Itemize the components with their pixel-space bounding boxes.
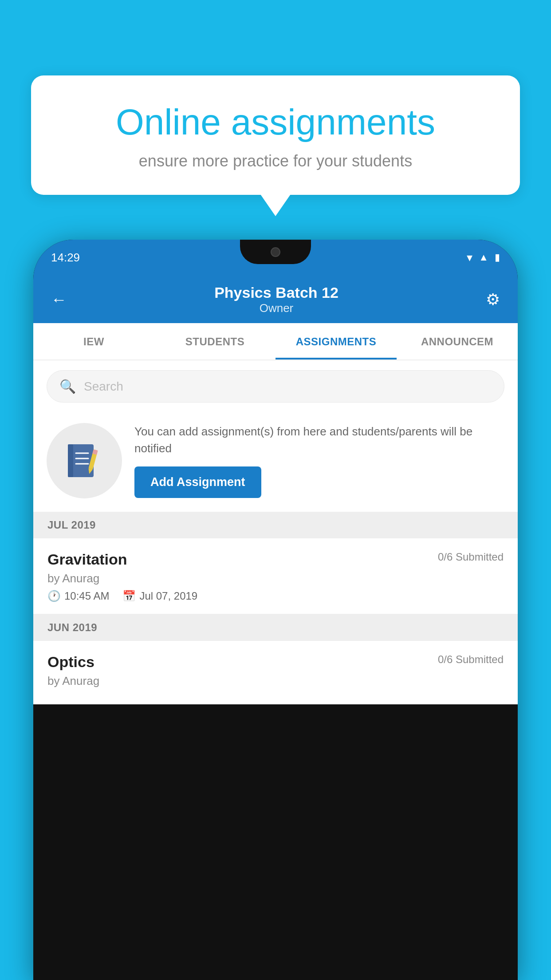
search-container: 🔍 Search <box>33 360 518 412</box>
assignment-submitted-optics: 0/6 Submitted <box>438 653 504 666</box>
clock-icon: 🕐 <box>47 590 61 602</box>
notch <box>240 240 311 264</box>
tabs-bar: IEW STUDENTS ASSIGNMENTS ANNOUNCEM <box>33 323 518 360</box>
section-jul-2019: JUL 2019 <box>33 512 518 538</box>
assignment-date-value: Jul 07, 2019 <box>139 590 197 602</box>
assignment-time-value: 10:45 AM <box>64 590 109 602</box>
add-assignment-button[interactable]: Add Assignment <box>134 466 261 498</box>
tab-announcements[interactable]: ANNOUNCEM <box>397 323 518 360</box>
promo-card: Online assignments ensure more practice … <box>31 75 520 195</box>
header-center: Physics Batch 12 Owner <box>214 284 338 315</box>
search-icon: 🔍 <box>59 379 76 394</box>
battery-icon: ▮ <box>495 252 500 263</box>
batch-subtitle: Owner <box>214 301 338 315</box>
assignment-date: 📅 Jul 07, 2019 <box>122 590 197 602</box>
back-button[interactable]: ← <box>51 290 67 309</box>
settings-button[interactable]: ⚙ <box>486 290 500 309</box>
assignment-top-row-optics: Optics 0/6 Submitted <box>47 653 504 671</box>
wifi-icon: ▾ <box>467 251 472 265</box>
assignment-optics[interactable]: Optics 0/6 Submitted by Anurag <box>33 641 518 704</box>
tab-assignments[interactable]: ASSIGNMENTS <box>276 323 397 360</box>
batch-title: Physics Batch 12 <box>214 284 338 301</box>
phone-frame: 14:29 ▾ ▲ ▮ ← Physics Batch 12 Owner ⚙ I… <box>33 240 518 980</box>
notebook-icon <box>64 441 104 481</box>
tab-students[interactable]: STUDENTS <box>154 323 276 360</box>
assignment-meta-gravitation: 🕐 10:45 AM 📅 Jul 07, 2019 <box>47 590 504 602</box>
calendar-icon: 📅 <box>122 590 136 602</box>
section-jun-2019: JUN 2019 <box>33 614 518 641</box>
svg-rect-1 <box>68 444 73 477</box>
info-description: You can add assignment(s) from here and … <box>134 423 504 457</box>
status-bar: 14:29 ▾ ▲ ▮ <box>33 240 518 275</box>
signal-icon: ▲ <box>479 252 488 263</box>
assignment-title-optics: Optics <box>47 653 94 671</box>
promo-subtitle: ensure more practice for your students <box>67 152 484 170</box>
info-card: You can add assignment(s) from here and … <box>33 412 518 512</box>
assignment-title-gravitation: Gravitation <box>47 551 127 568</box>
assignment-gravitation[interactable]: Gravitation 0/6 Submitted by Anurag 🕐 10… <box>33 538 518 614</box>
tab-iew[interactable]: IEW <box>33 323 154 360</box>
assignment-author-gravitation: by Anurag <box>47 572 504 585</box>
assignment-time: 🕐 10:45 AM <box>47 590 109 602</box>
assignment-submitted-gravitation: 0/6 Submitted <box>438 551 504 563</box>
promo-title: Online assignments <box>67 102 484 142</box>
status-icons: ▾ ▲ ▮ <box>467 251 500 265</box>
search-placeholder: Search <box>84 379 123 394</box>
screen-content: 🔍 Search <box>33 360 518 704</box>
status-time: 14:29 <box>51 251 80 265</box>
camera <box>271 247 280 257</box>
notebook-icon-circle <box>47 423 122 498</box>
app-header: ← Physics Batch 12 Owner ⚙ <box>33 275 518 323</box>
info-text-section: You can add assignment(s) from here and … <box>134 423 504 498</box>
search-bar[interactable]: 🔍 Search <box>47 370 504 403</box>
assignment-top-row: Gravitation 0/6 Submitted <box>47 551 504 568</box>
assignment-author-optics: by Anurag <box>47 674 504 688</box>
